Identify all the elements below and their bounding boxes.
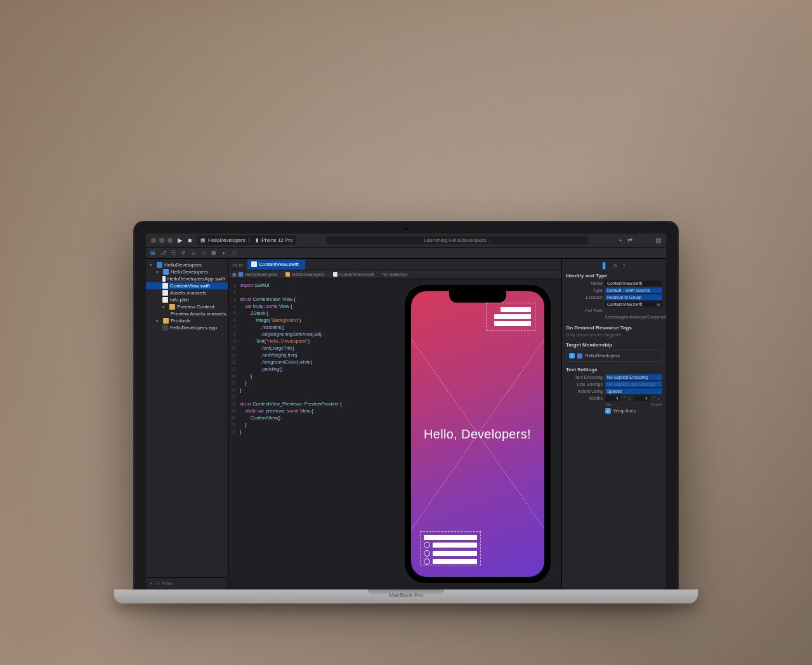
code-text[interactable]: .foregroundColor(.white) xyxy=(240,359,312,365)
indent-using-select[interactable]: Spaces⌄ xyxy=(605,388,662,394)
code-text[interactable]: ContentView() xyxy=(240,414,280,421)
code-line[interactable]: 14 } xyxy=(228,372,393,379)
code-line[interactable]: 21 } xyxy=(228,421,393,428)
zoom-icon[interactable] xyxy=(167,238,173,243)
filter-placeholder[interactable]: Filter xyxy=(162,581,174,586)
code-line[interactable]: 13 .padding() xyxy=(228,365,393,372)
code-line[interactable]: 18struct ContentView_Previews: PreviewPr… xyxy=(228,400,393,407)
encoding-select[interactable]: No Explicit Encoding⌄ xyxy=(605,374,662,380)
code-text[interactable]: .font(.largeTitle) xyxy=(240,345,294,352)
chevron-down-icon[interactable]: ▾ xyxy=(150,263,155,268)
checkbox-checked-icon[interactable]: ✓ xyxy=(605,408,611,414)
canvas-preview[interactable]: Hello, Developers! xyxy=(393,279,561,589)
nav-back-button[interactable]: ◅ xyxy=(232,261,237,268)
code-text[interactable]: } xyxy=(240,421,247,428)
window-controls[interactable] xyxy=(151,238,173,243)
minimize-icon[interactable] xyxy=(159,238,164,243)
find-navigator-icon[interactable]: ⚲ xyxy=(180,250,187,256)
chevron-down-icon[interactable]: ▾ xyxy=(162,305,167,310)
code-line[interactable]: 6 Image("Background") xyxy=(228,317,393,324)
name-field[interactable]: ContentView.swift xyxy=(605,280,662,286)
filter-icon[interactable]: ☉ xyxy=(155,581,160,586)
breakpoint-navigator-icon[interactable]: ▸ xyxy=(221,250,227,256)
code-text[interactable]: } xyxy=(240,372,252,379)
code-line[interactable]: 4 var body: some View { xyxy=(228,303,393,310)
code-review-button[interactable]: ⇄ xyxy=(627,237,632,244)
tree-group-row[interactable]: ▾ HelloDevelopers xyxy=(146,268,228,275)
close-icon[interactable] xyxy=(151,238,156,243)
code-text[interactable]: struct ContentView_Previews: PreviewProv… xyxy=(240,400,342,407)
code-line[interactable]: 19 static var previews: some View { xyxy=(228,407,393,414)
code-line[interactable]: 11 .fontWeight(.thin) xyxy=(228,352,393,359)
tree-file-row[interactable]: Assets.xcassets xyxy=(146,289,228,296)
history-inspector-tab-icon[interactable]: ◔ xyxy=(612,263,617,269)
jump-seg[interactable]: ContentView.swift xyxy=(339,272,374,277)
tree-project-row[interactable]: ▾ HelloDevelopers xyxy=(146,261,228,268)
tree-file-row[interactable]: HelloDevelopersApp.swift xyxy=(146,275,228,282)
code-line[interactable]: 17 xyxy=(228,393,393,400)
add-button[interactable]: + xyxy=(150,581,153,586)
tree-file-row[interactable]: Info.plist xyxy=(146,296,228,303)
project-navigator-icon[interactable]: ▤ xyxy=(150,250,156,256)
symbol-navigator-icon[interactable]: ☰ xyxy=(170,250,176,256)
code-line[interactable]: 12 .foregroundColor(.white) xyxy=(228,359,393,365)
code-line[interactable]: 1import SwiftUI xyxy=(228,282,393,289)
code-text[interactable]: .resizable() xyxy=(240,324,284,331)
code-text[interactable]: import SwiftUI xyxy=(240,282,270,289)
tree-group-row[interactable]: ▾ Products xyxy=(146,317,228,324)
code-line[interactable]: 22} xyxy=(228,428,393,435)
tree-file-row-selected[interactable]: ContentView.swift xyxy=(146,282,228,289)
code-line[interactable]: 20 ContentView() xyxy=(228,414,393,421)
code-text[interactable]: var body: some View { xyxy=(240,303,292,310)
code-line[interactable]: 7 .resizable() xyxy=(228,324,393,331)
tab-width-field[interactable]: 4 xyxy=(605,395,620,401)
code-text[interactable]: } xyxy=(240,379,247,386)
editor-tab-active[interactable]: ContentView.swift xyxy=(247,260,305,270)
code-line[interactable]: 15 } xyxy=(228,379,393,386)
run-button[interactable]: ▶ xyxy=(178,237,183,244)
related-items-icon[interactable]: ▦ xyxy=(232,272,237,277)
tree-file-row[interactable]: Preview Assets.xcassets xyxy=(146,310,228,317)
jump-seg[interactable]: HelloDevelopers xyxy=(245,272,277,277)
code-text[interactable]: struct ContentView: View { xyxy=(240,296,296,303)
code-line[interactable]: 10 .font(.largeTitle) xyxy=(228,345,393,352)
library-button[interactable]: + xyxy=(619,237,622,244)
file-inspector-tab-icon[interactable]: ▋ xyxy=(603,263,607,269)
code-line[interactable]: 3struct ContentView: View { xyxy=(228,296,393,303)
line-endings-select[interactable]: No Explicit Line Endings⌄ xyxy=(605,381,662,387)
code-text[interactable]: .edgesIgnoringSafeArea(.all) xyxy=(240,331,322,338)
test-navigator-icon[interactable]: ◇ xyxy=(200,250,207,256)
jump-bar[interactable]: ▦ HelloDevelopers〉 HelloDevelopers〉 Cont… xyxy=(228,270,561,279)
code-text[interactable]: static var previews: some View { xyxy=(240,407,313,414)
file-field[interactable]: ContentView.swift▤ xyxy=(605,301,662,307)
scheme-selector[interactable]: ▦ HelloDevelopers 〉 ▮ iPhone 12 Pro xyxy=(197,235,296,245)
type-select[interactable]: Default - Swift Source⌄ xyxy=(605,287,662,293)
code-text[interactable]: } xyxy=(240,386,242,393)
debug-navigator-icon[interactable]: ▦ xyxy=(211,250,217,256)
source-control-navigator-icon[interactable]: ⎇ xyxy=(160,250,166,256)
help-inspector-tab-icon[interactable]: ? xyxy=(622,263,625,269)
code-line[interactable]: 8 .edgesIgnoringSafeArea(.all) xyxy=(228,331,393,338)
stepper-icon[interactable]: ⌃⌄ xyxy=(652,395,661,401)
chevron-down-icon[interactable]: ▾ xyxy=(156,319,161,324)
source-editor[interactable]: 1import SwiftUI23struct ContentView: Vie… xyxy=(228,279,393,589)
code-text[interactable]: .padding() xyxy=(240,365,282,372)
code-text[interactable]: .fontWeight(.thin) xyxy=(240,352,297,359)
folder-icon[interactable]: ▤ xyxy=(657,302,660,306)
issue-navigator-icon[interactable]: △ xyxy=(190,250,197,256)
code-line[interactable]: 16} xyxy=(228,386,393,393)
stepper-icon[interactable]: ⌃⌄ xyxy=(623,395,632,401)
sidebar-right-toggle[interactable]: ▤ xyxy=(655,237,661,244)
checkbox-checked-icon[interactable]: ✓ xyxy=(569,353,575,359)
location-select[interactable]: Relative to Group⌄ xyxy=(605,294,662,300)
indent-width-field[interactable]: 4 xyxy=(634,395,650,401)
code-text[interactable]: Text("Hello, Developers!") xyxy=(240,338,310,345)
code-line[interactable]: 9 Text("Hello, Developers!") xyxy=(228,338,393,345)
code-text[interactable]: Image("Background") xyxy=(240,317,301,324)
nav-forward-button[interactable]: ▻ xyxy=(239,261,244,268)
code-line[interactable]: 2 xyxy=(228,289,393,296)
code-text[interactable]: } xyxy=(240,428,242,435)
jump-seg[interactable]: No Selection xyxy=(383,272,408,277)
code-text[interactable]: ZStack { xyxy=(240,310,268,317)
stop-button[interactable]: ■ xyxy=(188,237,192,244)
